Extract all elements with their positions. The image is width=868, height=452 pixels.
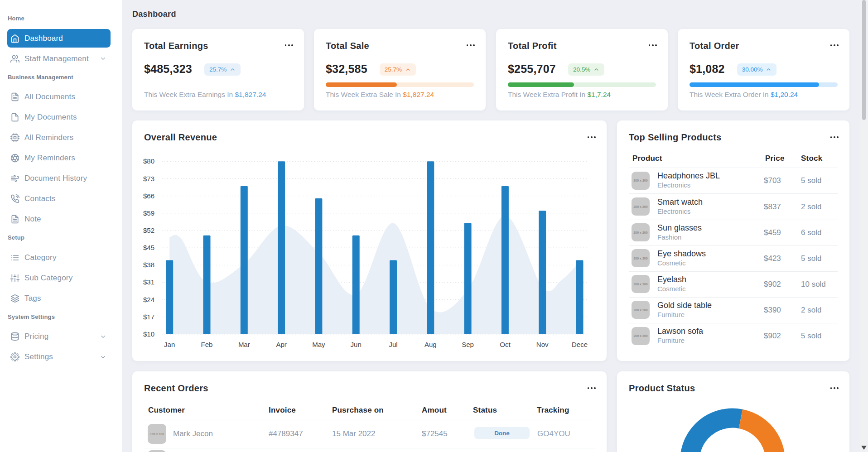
svg-text:Dece: Dece bbox=[572, 341, 588, 348]
svg-text:$31: $31 bbox=[143, 278, 154, 286]
svg-text:$80: $80 bbox=[143, 157, 154, 165]
svg-text:$59: $59 bbox=[143, 209, 154, 217]
svg-text:$24: $24 bbox=[143, 296, 154, 303]
svg-text:$52: $52 bbox=[143, 226, 154, 234]
svg-text:Nov: Nov bbox=[536, 341, 549, 348]
svg-text:Apr: Apr bbox=[276, 341, 286, 348]
svg-text:$45: $45 bbox=[143, 244, 154, 251]
svg-text:$17: $17 bbox=[143, 313, 154, 321]
svg-text:Feb: Feb bbox=[201, 341, 213, 348]
svg-text:$38: $38 bbox=[143, 261, 154, 269]
svg-text:Jun: Jun bbox=[351, 341, 362, 348]
svg-text:Aug: Aug bbox=[424, 341, 437, 348]
svg-text:$66: $66 bbox=[143, 192, 154, 200]
svg-text:Sep: Sep bbox=[462, 341, 474, 348]
svg-text:May: May bbox=[312, 341, 325, 348]
svg-text:Jul: Jul bbox=[389, 341, 397, 348]
svg-text:$73: $73 bbox=[143, 175, 154, 183]
svg-text:Mar: Mar bbox=[238, 341, 250, 348]
svg-text:$10: $10 bbox=[143, 330, 154, 338]
svg-text:Jan: Jan bbox=[164, 341, 175, 348]
svg-text:Oct: Oct bbox=[500, 341, 511, 348]
